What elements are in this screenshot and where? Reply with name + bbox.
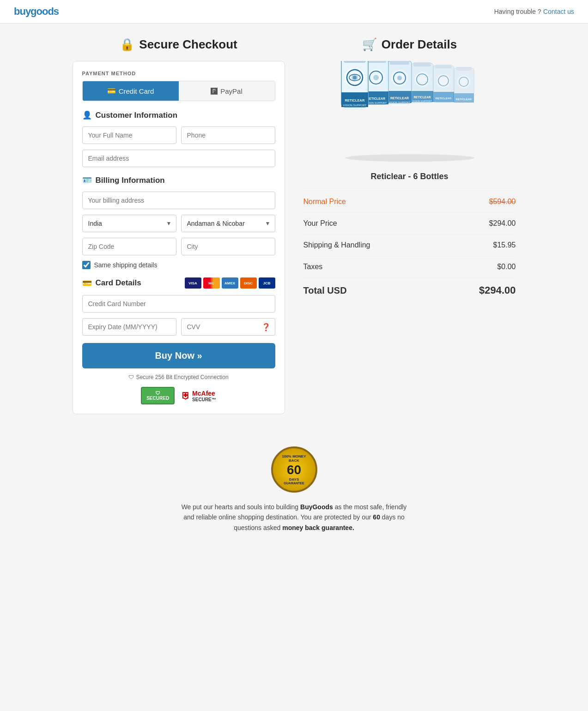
top-bar: buygoods Having trouble ? Contact us [0,0,588,24]
credit-card-tab-label: Credit Card [119,87,154,95]
badge-days-label: DAYS [289,477,299,482]
normal-price-label: Normal Price [303,198,346,206]
mcafee-sub: SECURE™ [192,397,216,402]
product-name: Reticlear - 6 Bottles [303,172,516,181]
secure-text: Secure 256 Bit Encrypted Connection [136,374,228,380]
svg-text:RETICLEAR: RETICLEAR [366,97,385,100]
card-details-header: 💳 Card Details VISA MC AMEX DISC JCB [82,277,275,289]
taxes-label: Taxes [303,263,323,271]
footer-guarantee-bold: money back guarantee. [282,524,354,531]
trouble-section: Having trouble ? Contact us [494,7,574,16]
trust-badges: 🛡 SECURED ⛨ McAfee SECURE™ [82,387,275,404]
email-input[interactable] [82,150,275,167]
name-phone-row [82,127,275,144]
order-title: 🛒 Order Details [303,37,516,52]
shipping-row: Shipping & Handling $15.95 [303,235,516,256]
state-wrapper: Andaman & Nicobar ▼ [181,215,275,232]
visa-icon: VISA [185,277,201,289]
paypal-icon: 🅿 [211,87,218,95]
zip-input[interactable] [82,238,176,255]
shield-secured-icon: 🛡 [156,391,160,396]
phone-input[interactable] [181,127,275,144]
total-label: Total USD [303,285,347,296]
amex-icon: AMEX [222,277,238,289]
footer-text: We put our hearts and souls into buildin… [179,502,410,533]
address-icon: 🪪 [82,175,92,185]
total-row: Total USD $294.00 [303,278,516,303]
svg-point-46 [345,154,474,162]
svg-text:RETICLEAR: RETICLEAR [413,96,431,99]
svg-point-26 [397,76,402,80]
expiry-cvv-row: ❓ [82,318,275,336]
country-state-row: India ▼ Andaman & Nicobar ▼ [82,215,275,232]
normal-price-value: $594.00 [489,198,516,206]
country-select[interactable]: India [82,215,176,232]
footer-days-bold: 60 [373,513,380,521]
footer-text-part1: We put our hearts and souls into buildin… [182,503,300,511]
cvv-field: ❓ [181,318,275,336]
your-price-label: Your Price [303,219,337,228]
city-input[interactable] [181,238,275,255]
phone-field [181,127,275,144]
card-icons: VISA MC AMEX DISC JCB [185,277,275,289]
customer-info-title: 👤 Customer Information [82,110,275,120]
badge-days: 60 [287,463,301,477]
zip-field [82,238,176,255]
tab-paypal[interactable]: 🅿 PayPal [179,81,275,101]
mcafee-text: McAfee SECURE™ [192,390,216,402]
main-container: 🔒 Secure Checkout PAYMENT METHOD 💳 Credi… [63,24,525,428]
expiry-input[interactable] [82,318,176,336]
shipping-value: $15.95 [493,241,516,249]
expiry-field [82,318,176,336]
card-number-field [82,295,275,313]
checkout-title: 🔒 Secure Checkout [73,37,285,52]
badge-top-text: 100% MONEY BACK [277,454,312,463]
card-details-title: 💳 Card Details [82,278,141,288]
full-name-field [82,127,176,144]
secured-text: SECURED [146,396,169,401]
card-number-input[interactable] [82,295,275,313]
svg-text:DIETARY SUPPLEMENT: DIETARY SUPPLEMENT [343,108,366,110]
address-field [82,192,275,209]
svg-rect-37 [344,61,366,63]
checkout-card: PAYMENT METHOD 💳 Credit Card 🅿 PayPal 👤 … [73,61,285,414]
logo: buygoods [14,6,59,18]
svg-rect-29 [366,61,386,63]
svg-text:VISION SUPPORT: VISION SUPPORT [412,100,431,102]
footer-section: 100% MONEY BACK 60 DAYS GUARANTEE We put… [0,428,588,547]
mastercard-icon: MC [203,277,220,289]
lock-icon: 🔒 [120,37,134,52]
mcafee-shield-icon: ⛨ [181,391,190,401]
contact-link[interactable]: Contact us [543,8,574,15]
svg-rect-21 [390,61,409,65]
svg-point-17 [415,72,430,87]
payment-method-label: PAYMENT METHOD [82,71,275,76]
footer-brand: BuyGoods [300,503,333,511]
svg-point-34 [373,75,379,80]
shield-icon: 🛡 [128,374,134,380]
taxes-value: $0.00 [497,263,515,271]
trouble-text: Having trouble ? [494,8,541,15]
cvv-help-icon[interactable]: ❓ [261,323,271,331]
full-name-input[interactable] [82,127,176,144]
secured-badge: 🛡 SECURED [141,387,175,404]
svg-text:VISION SUPPORT: VISION SUPPORT [388,101,410,104]
address-input[interactable] [82,192,275,209]
money-back-badge: 100% MONEY BACK 60 DAYS GUARANTEE [271,446,317,493]
country-wrapper: India ▼ [82,215,176,232]
svg-text:VISION SUPPORT: VISION SUPPORT [343,104,366,107]
buy-now-button[interactable]: Buy Now » [82,343,275,368]
shipping-label: Shipping & Handling [303,241,370,249]
svg-text:RETICLEAR: RETICLEAR [390,96,408,100]
jcb-icon: JCB [259,277,275,289]
same-shipping-checkbox[interactable] [82,261,91,269]
same-shipping-label: Same shipping details [94,261,158,269]
svg-text:RETICLEAR: RETICLEAR [345,98,365,102]
state-select[interactable]: Andaman & Nicobar [181,215,275,232]
your-price-row: Your Price $294.00 [303,213,516,235]
card-number-row [82,295,275,313]
secure-line: 🛡 Secure 256 Bit Encrypted Connection [82,374,275,380]
same-shipping-row: Same shipping details [82,261,275,269]
total-value: $294.00 [479,284,516,296]
tab-credit-card[interactable]: 💳 Credit Card [83,81,179,101]
